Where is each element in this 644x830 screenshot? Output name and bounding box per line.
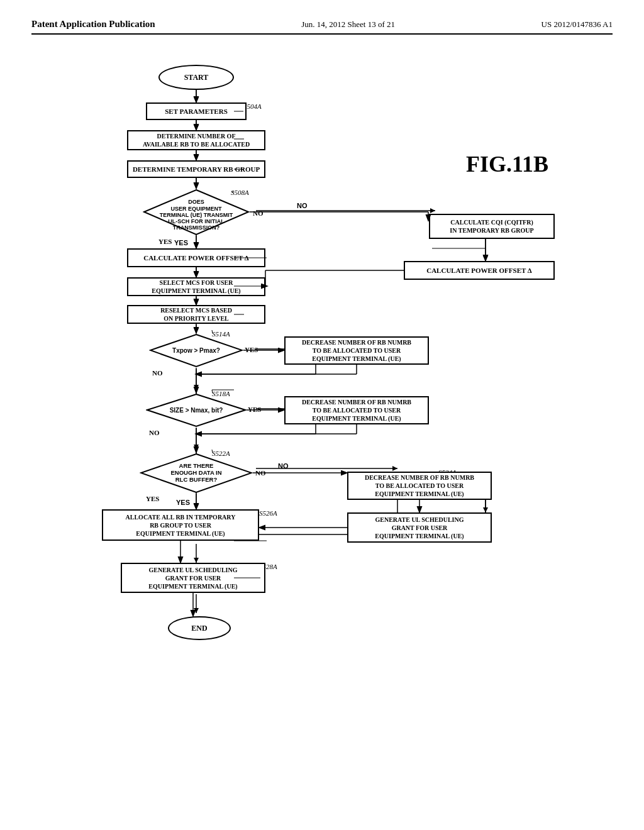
enough-data-diamond: ARE THERE ENOUGH DATA IN RLC BUFFER? NO …: [140, 453, 253, 494]
svg-marker-19: [194, 328, 199, 333]
generate-ul2-node: GENERATE UL SCHEDULING GRANT FOR USER EQ…: [347, 512, 492, 543]
svg-marker-7: [194, 184, 199, 189]
header-left: Patent Application Publication: [31, 19, 155, 30]
decrease-rb3-node: DECREASE NUMBER OF RB NUMRB TO BE ALLOCA…: [347, 472, 492, 500]
select-mcs-node: SELECT MCS FOR USER EQUIPMENT TERMINAL (…: [127, 277, 265, 296]
svg-text:Txpow > Pmax?: Txpow > Pmax?: [172, 347, 220, 354]
reselect-mcs-node: RESELECT MCS BASED ON PRIORITY LEVEL: [127, 305, 265, 324]
svg-marker-17: [194, 300, 199, 305]
svg-marker-23: [194, 385, 199, 390]
svg-text:RLC BUFFER?: RLC BUFFER?: [175, 476, 218, 483]
svg-marker-1: [194, 97, 199, 102]
svg-text:NO: NO: [278, 462, 289, 470]
allocate-node: ALLOCATE ALL RB IN TEMPORARY RB GROUP TO…: [102, 509, 259, 541]
enough-yes-label: YES: [146, 495, 159, 502]
svg-text:YES: YES: [174, 239, 188, 246]
page: Patent Application Publication Jun. 14, …: [0, 0, 644, 830]
size-yes-label: YES: [248, 406, 261, 413]
set-parameters-node: SET PARAMETERS: [146, 102, 247, 120]
does-no-label: NO: [253, 209, 264, 217]
svg-marker-15: [194, 272, 199, 277]
svg-marker-11: [430, 208, 435, 213]
svg-text:UL-SCH FOR INITIAL: UL-SCH FOR INITIAL: [168, 218, 225, 224]
svg-marker-13: [483, 256, 488, 261]
svg-text:USER EQUIPMENT: USER EQUIPMENT: [170, 206, 222, 212]
label-s526a: S526A: [259, 509, 277, 517]
header-center: Jun. 14, 2012 Sheet 13 of 21: [301, 19, 395, 30]
txpow-yes-label: YES: [245, 346, 258, 353]
svg-text:DOES: DOES: [188, 199, 204, 205]
svg-text:TERMINAL (UE) TRANSMIT: TERMINAL (UE) TRANSMIT: [160, 212, 233, 218]
start-node: START: [158, 65, 234, 90]
diagram: FIG.11B: [45, 53, 599, 764]
size-diamond: SIZE > Nmax, bit? YES NO: [146, 393, 247, 428]
end-node: END: [168, 616, 231, 640]
decrease-rb1-node: DECREASE NUMBER OF RB NUMRB TO BE ALLOCA…: [284, 336, 429, 365]
txpow-no-label: NO: [152, 369, 163, 377]
calc-power-right-node: CALCULATE POWER OFFSET Δ: [404, 261, 555, 280]
generate-ul-node: GENERATE UL SCHEDULING GRANT FOR USER EQ…: [121, 563, 265, 593]
svg-marker-3: [194, 125, 199, 130]
svg-marker-5: [194, 155, 199, 160]
svg-text:YES: YES: [176, 499, 190, 506]
enough-no-label: NO: [255, 469, 266, 477]
svg-marker-39: [194, 608, 199, 613]
header: Patent Application Publication Jun. 14, …: [31, 19, 613, 35]
header-right: US 2012/0147836 A1: [541, 19, 613, 30]
does-diamond: DOES USER EQUIPMENT TERMINAL (UE) TRANSM…: [143, 189, 250, 236]
svg-marker-9: [194, 243, 199, 248]
svg-marker-37: [194, 558, 199, 563]
svg-text:SIZE > Nmax, bit?: SIZE > Nmax, bit?: [170, 407, 223, 414]
det-temp-node: DETERMINE TEMPORARY RB GROUP: [127, 160, 265, 178]
svg-marker-28: [194, 445, 199, 450]
det-num-node: DETERMINE NUMBER OF AVAILABLE RB TO BE A…: [127, 130, 265, 150]
fig-label: FIG.11B: [466, 151, 548, 177]
calc-cqi-node: CALCULATE CQI (CQITFR) IN TEMPORARY RB G…: [429, 214, 555, 239]
svg-marker-31: [392, 466, 397, 471]
svg-text:ARE THERE: ARE THERE: [179, 462, 214, 469]
size-no-label: NO: [149, 429, 160, 436]
calc-power-left-node: CALCULATE POWER OFFSET Δ: [127, 248, 265, 267]
does-yes-label: YES: [158, 238, 172, 245]
svg-marker-35: [483, 507, 488, 512]
svg-text:TRANSMISSION?: TRANSMISSION?: [173, 224, 220, 231]
txpow-diamond: Txpow > Pmax? YES NO: [149, 333, 243, 368]
svg-marker-33: [194, 504, 199, 509]
svg-text:NO: NO: [297, 202, 308, 209]
svg-text:ENOUGH DATA IN: ENOUGH DATA IN: [170, 469, 221, 476]
decrease-rb2-node: DECREASE NUMBER OF RB NUMRB TO BE ALLOCA…: [284, 396, 429, 424]
